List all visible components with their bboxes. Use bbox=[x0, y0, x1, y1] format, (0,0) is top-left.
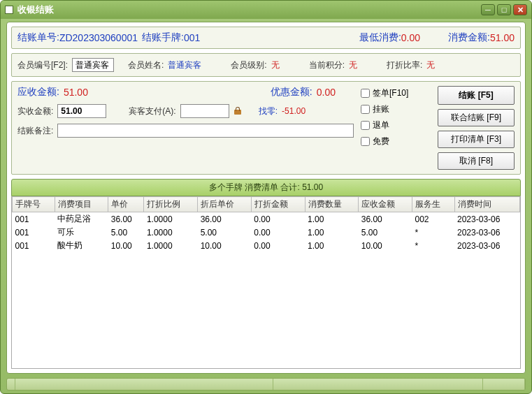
column-header[interactable]: 消费时间 bbox=[454, 197, 519, 212]
system-icon bbox=[5, 6, 13, 14]
table-cell: 1.0000 bbox=[144, 212, 198, 226]
payment-checks: 签单[F10] 挂账 退单 免费 bbox=[361, 86, 431, 170]
table-row[interactable]: 001酸牛奶10.001.000010.000.001.0010.00*2023… bbox=[13, 239, 520, 252]
table-cell: 1.00 bbox=[305, 212, 359, 226]
table-cell: 5.00 bbox=[359, 226, 412, 239]
table-cell: 10.00 bbox=[108, 239, 144, 252]
table-cell: 001 bbox=[13, 226, 55, 239]
card-no-value: 001 bbox=[184, 32, 200, 43]
payment-left: 应收金额: 51.00 优惠金额: 0.00 实收金额: 宾客支付(A): 找零… bbox=[17, 86, 354, 170]
status-bar bbox=[6, 378, 526, 391]
column-header[interactable]: 打折比例 bbox=[144, 197, 198, 212]
column-header[interactable]: 服务生 bbox=[412, 197, 454, 212]
table-row[interactable]: 001可乐5.001.00005.000.001.005.00*2023-03-… bbox=[13, 226, 520, 239]
member-id-input[interactable] bbox=[72, 58, 114, 72]
maximize-button[interactable]: □ bbox=[497, 4, 511, 15]
column-header[interactable]: 手牌号 bbox=[13, 197, 55, 212]
payment-panel: 应收金额: 51.00 优惠金额: 0.00 实收金额: 宾客支付(A): 找零… bbox=[11, 81, 521, 175]
remark-input[interactable] bbox=[57, 124, 354, 138]
table-cell: 0.00 bbox=[251, 212, 305, 226]
table-cell: 36.00 bbox=[108, 212, 144, 226]
print-button[interactable]: 打印清单 [F3] bbox=[438, 131, 515, 148]
close-button[interactable]: ✕ bbox=[513, 4, 527, 15]
column-header[interactable]: 消费数量 bbox=[305, 197, 359, 212]
sign-checkbox-label[interactable]: 签单[F10] bbox=[361, 87, 431, 99]
card-no-label: 结账手牌: bbox=[142, 31, 184, 44]
column-header[interactable]: 消费项目 bbox=[55, 197, 108, 212]
member-discount-label: 打折比率: bbox=[387, 59, 422, 71]
table-wrap[interactable]: 手牌号消费项目单价打折比例折后单价打折金额消费数量应收金额服务生消费时间 001… bbox=[11, 196, 521, 369]
paid-input[interactable] bbox=[57, 104, 106, 118]
remark-label: 结账备注: bbox=[17, 125, 53, 137]
content-area: 结账单号: ZD202303060001 结账手牌: 001 最低消费: 0.0… bbox=[6, 22, 526, 374]
receivable-value: 51.00 bbox=[64, 87, 88, 98]
member-discount-value: 无 bbox=[426, 59, 435, 71]
min-consume-value: 0.00 bbox=[401, 32, 420, 43]
table-cell: * bbox=[412, 239, 454, 252]
table-cell: 0.00 bbox=[251, 239, 305, 252]
table-cell: 1.00 bbox=[305, 239, 359, 252]
table-cell: 2023-03-06 bbox=[454, 226, 519, 239]
table-cell: 1.00 bbox=[305, 226, 359, 239]
minimize-button[interactable]: ─ bbox=[481, 4, 495, 15]
member-id-label: 会员编号[F2]: bbox=[17, 59, 68, 71]
guest-pay-input[interactable] bbox=[180, 104, 229, 118]
table-cell: 酸牛奶 bbox=[55, 239, 108, 252]
table-title: 多个手牌 消费清单 合计: 51.00 bbox=[11, 179, 521, 196]
table-cell: 0.00 bbox=[251, 226, 305, 239]
consume-table: 手牌号消费项目单价打折比例折后单价打折金额消费数量应收金额服务生消费时间 001… bbox=[12, 196, 520, 252]
receivable-label: 应收金额: bbox=[17, 86, 59, 98]
change-label: 找零: bbox=[259, 105, 278, 117]
change-value: -51.00 bbox=[282, 106, 305, 116]
titlebar: 收银结账 ─ □ ✕ bbox=[1, 1, 531, 19]
table-cell: 2023-03-06 bbox=[454, 239, 519, 252]
table-cell: 5.00 bbox=[108, 226, 144, 239]
member-panel: 会员编号[F2]: 会员姓名: 普通宾客 会员级别: 无 当前积分: 无 打折比… bbox=[11, 53, 521, 77]
table-cell: 5.00 bbox=[198, 226, 252, 239]
discount-amount-value: 0.00 bbox=[317, 87, 336, 98]
member-name-value: 普通宾客 bbox=[168, 59, 201, 71]
table-cell: 2023-03-06 bbox=[454, 212, 519, 226]
table-cell: 1.0000 bbox=[144, 239, 198, 252]
header-panel: 结账单号: ZD202303060001 结账手牌: 001 最低消费: 0.0… bbox=[11, 27, 521, 49]
consume-amount-value: 51.00 bbox=[490, 32, 515, 43]
payment-buttons: 结账 [F5] 联合结账 [F9] 打印清单 [F3] 取消 [F8] bbox=[438, 86, 515, 170]
column-header[interactable]: 打折金额 bbox=[251, 197, 305, 212]
table-row[interactable]: 001中药足浴36.001.000036.000.001.0036.000022… bbox=[13, 212, 520, 226]
table-cell: 002 bbox=[412, 212, 454, 226]
table-cell: 001 bbox=[13, 239, 55, 252]
table-cell: 001 bbox=[13, 212, 55, 226]
member-points-label: 当前积分: bbox=[309, 59, 345, 71]
table-cell: 10.00 bbox=[359, 239, 412, 252]
table-cell: * bbox=[412, 226, 454, 239]
window: 收银结账 ─ □ ✕ 结账单号: ZD202303060001 结账手牌: 00… bbox=[0, 0, 532, 394]
column-header[interactable]: 应收金额 bbox=[359, 197, 412, 212]
table-cell: 1.0000 bbox=[144, 226, 198, 239]
refund-checkbox-label[interactable]: 退单 bbox=[361, 119, 431, 131]
min-consume-label: 最低消费: bbox=[359, 31, 401, 44]
credit-checkbox[interactable] bbox=[361, 105, 370, 114]
member-points-value: 无 bbox=[349, 59, 357, 71]
column-header[interactable]: 单价 bbox=[108, 197, 144, 212]
guest-pay-label: 宾客支付(A): bbox=[129, 105, 175, 117]
sign-checkbox[interactable] bbox=[361, 89, 370, 98]
table-cell: 10.00 bbox=[198, 239, 252, 252]
checkout-button[interactable]: 结账 [F5] bbox=[438, 86, 515, 105]
cancel-button[interactable]: 取消 [F8] bbox=[438, 152, 515, 170]
table-cell: 中药足浴 bbox=[55, 212, 108, 226]
lock-icon bbox=[233, 107, 242, 115]
credit-checkbox-label[interactable]: 挂账 bbox=[361, 103, 431, 115]
table-cell: 可乐 bbox=[55, 226, 108, 239]
union-checkout-button[interactable]: 联合结账 [F9] bbox=[438, 109, 515, 126]
table-cell: 36.00 bbox=[359, 212, 412, 226]
table-cell: 36.00 bbox=[198, 212, 252, 226]
member-level-value: 无 bbox=[271, 59, 280, 71]
refund-checkbox[interactable] bbox=[361, 121, 370, 130]
paid-label: 实收金额: bbox=[17, 105, 53, 117]
discount-amount-label: 优惠金额: bbox=[271, 86, 312, 98]
column-header[interactable]: 折后单价 bbox=[198, 197, 252, 212]
free-checkbox-label[interactable]: 免费 bbox=[361, 136, 431, 147]
member-level-label: 会员级别: bbox=[231, 59, 266, 71]
member-name-label: 会员姓名: bbox=[128, 59, 164, 71]
free-checkbox[interactable] bbox=[361, 137, 370, 146]
